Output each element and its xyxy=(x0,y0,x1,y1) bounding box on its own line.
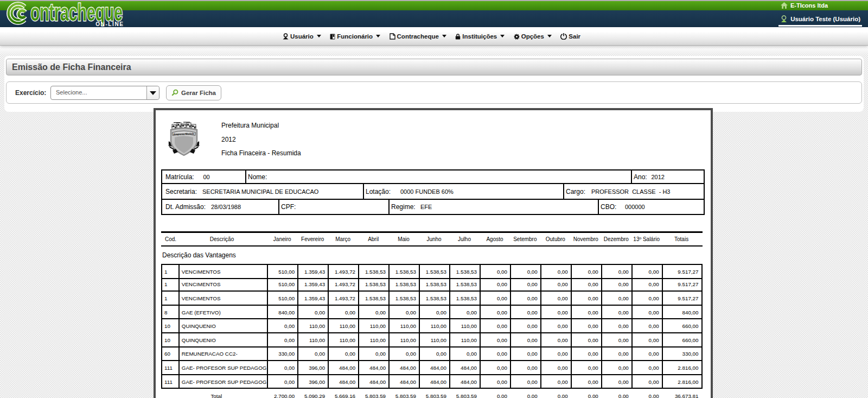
svg-text:ON-LINE: ON-LINE xyxy=(95,21,124,27)
